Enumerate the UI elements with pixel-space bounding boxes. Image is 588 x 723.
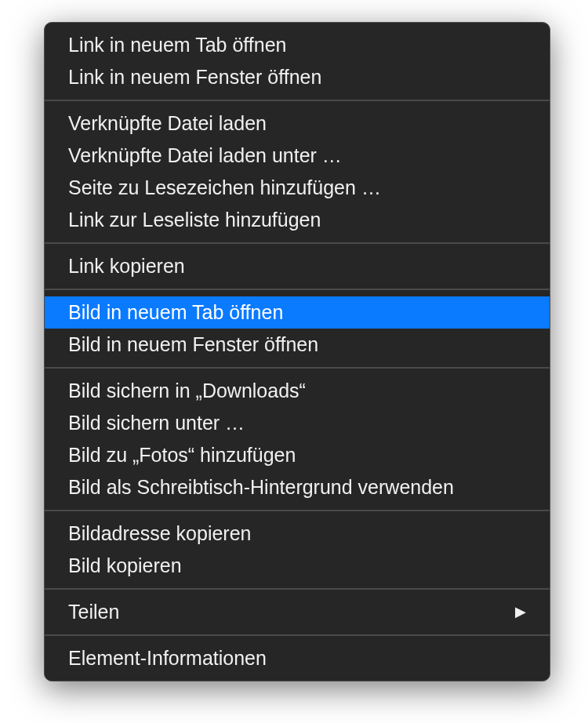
menu-item-label: Bild kopieren	[68, 552, 182, 579]
menu-item-copy-link[interactable]: Link kopieren	[45, 250, 550, 282]
menu-item-open-image-new-tab[interactable]: Bild in neuem Tab öffnen	[45, 296, 550, 329]
menu-item-save-image-to-downloads[interactable]: Bild sichern in „Downloads“	[45, 375, 550, 407]
menu-separator	[45, 100, 550, 101]
menu-item-open-link-new-window[interactable]: Link in neuem Fenster öffnen	[45, 61, 550, 93]
menu-separator	[45, 510, 550, 511]
menu-item-open-image-new-window[interactable]: Bild in neuem Fenster öffnen	[45, 329, 550, 361]
menu-separator	[45, 242, 550, 244]
menu-item-copy-image[interactable]: Bild kopieren	[45, 550, 550, 582]
menu-item-inspect-element[interactable]: Element-Informationen	[45, 642, 550, 674]
menu-separator	[45, 367, 550, 369]
menu-item-label: Bild in neuem Fenster öffnen	[68, 331, 318, 358]
menu-item-label: Bild in neuem Tab öffnen	[68, 299, 283, 326]
menu-item-label: Element-Informationen	[68, 645, 267, 672]
menu-item-add-link-to-reading-list[interactable]: Link zur Leseliste hinzufügen	[45, 204, 550, 236]
menu-item-label: Verknüpfte Datei laden	[68, 110, 267, 137]
context-menu: Link in neuem Tab öffnenLink in neuem Fe…	[44, 22, 550, 681]
menu-item-download-linked-file-as[interactable]: Verknüpfte Datei laden unter …	[45, 140, 550, 172]
submenu-arrow-icon: ▶	[515, 602, 526, 622]
menu-item-label: Link in neuem Fenster öffnen	[68, 64, 321, 91]
menu-item-use-image-as-desktop[interactable]: Bild als Schreibtisch-Hintergrund verwen…	[45, 471, 550, 503]
menu-item-download-linked-file[interactable]: Verknüpfte Datei laden	[45, 107, 550, 140]
menu-item-save-image-as[interactable]: Bild sichern unter …	[45, 407, 550, 439]
menu-item-copy-image-address[interactable]: Bildadresse kopieren	[45, 518, 550, 550]
menu-item-share[interactable]: Teilen▶	[45, 596, 550, 628]
menu-item-add-image-to-photos[interactable]: Bild zu „Fotos“ hinzufügen	[45, 439, 550, 471]
menu-item-label: Teilen	[68, 598, 119, 626]
menu-item-label: Bild als Schreibtisch-Hintergrund verwen…	[68, 474, 454, 501]
menu-item-label: Bild zu „Fotos“ hinzufügen	[68, 441, 296, 469]
menu-item-label: Link in neuem Tab öffnen	[68, 31, 286, 59]
menu-item-label: Bild sichern unter …	[68, 409, 245, 437]
menu-item-label: Bildadresse kopieren	[68, 520, 251, 547]
menu-separator	[45, 289, 550, 290]
menu-item-add-page-to-bookmarks[interactable]: Seite zu Lesezeichen hinzufügen …	[45, 172, 550, 204]
menu-separator	[45, 634, 550, 636]
menu-item-label: Seite zu Lesezeichen hinzufügen …	[68, 174, 381, 202]
menu-item-label: Bild sichern in „Downloads“	[68, 377, 306, 405]
menu-item-label: Link kopieren	[68, 253, 185, 280]
menu-item-label: Verknüpfte Datei laden unter …	[68, 142, 342, 169]
menu-item-label: Link zur Leseliste hinzufügen	[68, 206, 321, 234]
menu-separator	[45, 588, 550, 590]
menu-item-open-link-new-tab[interactable]: Link in neuem Tab öffnen	[45, 29, 550, 61]
